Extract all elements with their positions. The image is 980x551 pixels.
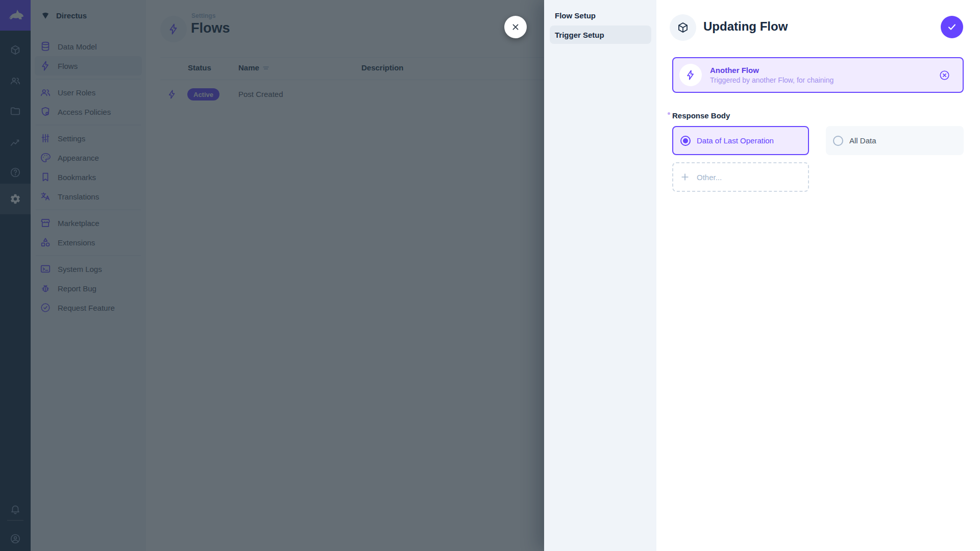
drawer-header-icon-button[interactable] (670, 14, 696, 41)
drawer-title: Updating Flow (703, 19, 788, 34)
field-label: Response Body (672, 111, 730, 120)
trigger-card-title: Another Flow (710, 66, 834, 74)
plus-icon (680, 172, 690, 182)
drawer: Flow Setup Trigger Setup Updating Flow (544, 0, 980, 551)
other-placeholder: Other... (697, 173, 722, 182)
trigger-card-subtitle: Triggered by another Flow, for chaining (710, 76, 834, 84)
response-body-label-row: Response Body (672, 111, 730, 120)
drawer-tab-flow-setup[interactable]: Flow Setup (550, 6, 651, 24)
trigger-type-card[interactable]: Another Flow Triggered by another Flow, … (672, 57, 964, 93)
drawer-tab-trigger-setup[interactable]: Trigger Setup (550, 26, 651, 44)
check-icon (946, 21, 958, 33)
other-value-button[interactable]: Other... (672, 162, 809, 192)
option-data-of-last-operation[interactable]: Data of Last Operation (672, 126, 809, 155)
drawer-content: Updating Flow Another Flow Triggered by … (656, 0, 980, 551)
option-all-data[interactable]: All Data (826, 126, 964, 155)
trigger-icon-circle (679, 64, 702, 86)
cube-icon (677, 21, 689, 34)
response-body-options: Data of Last Operation All Data (672, 126, 964, 155)
drawer-sidebar: Flow Setup Trigger Setup (544, 0, 656, 551)
close-drawer-button[interactable] (504, 16, 527, 38)
close-icon (510, 22, 521, 32)
trigger-card-text: Another Flow Triggered by another Flow, … (710, 66, 834, 84)
radio-unselected-icon (833, 136, 843, 146)
remove-trigger-icon[interactable] (939, 69, 950, 81)
save-button[interactable] (941, 16, 963, 38)
modal-overlay[interactable] (0, 0, 544, 551)
radio-selected-icon (680, 136, 691, 146)
bolt-icon (685, 69, 696, 81)
required-dot (668, 112, 670, 115)
